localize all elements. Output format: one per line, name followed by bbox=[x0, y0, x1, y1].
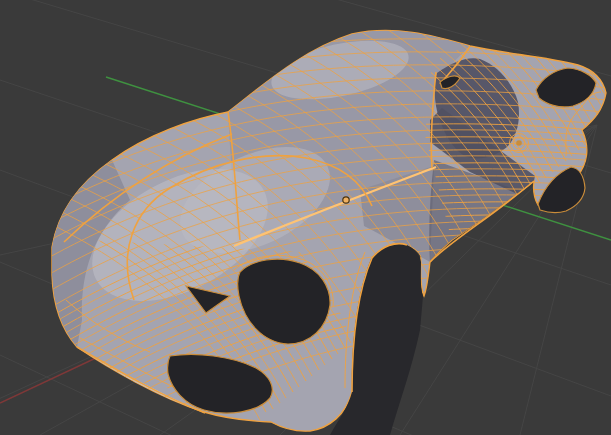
object-origin-dot[interactable] bbox=[343, 197, 349, 203]
viewport-canvas[interactable] bbox=[0, 0, 611, 435]
viewport-3d[interactable] bbox=[0, 0, 611, 435]
